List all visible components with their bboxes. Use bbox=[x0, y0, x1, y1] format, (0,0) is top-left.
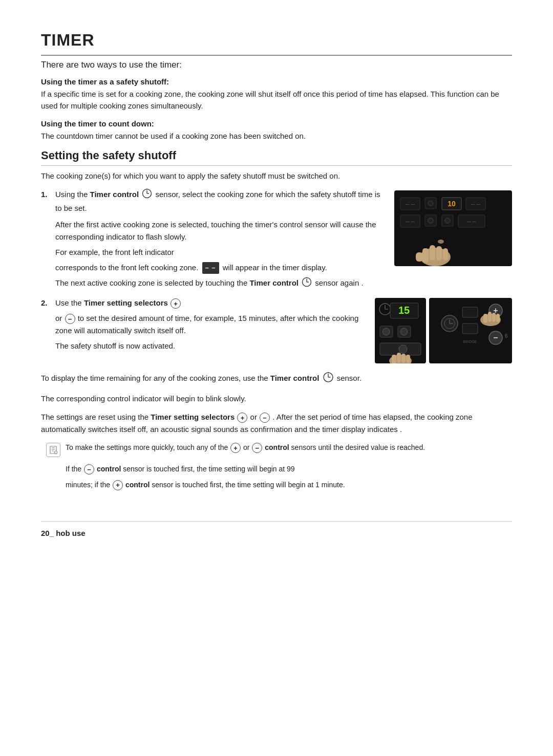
para-5: The settings are reset using the Timer s… bbox=[41, 411, 512, 436]
safety-shutoff-text: If a specific time is set for a cooking … bbox=[41, 88, 512, 112]
step-1-para-a: Using the Timer control sensor, select t… bbox=[55, 188, 385, 214]
step-1-para-ef: corresponds to the front left cooking zo… bbox=[55, 262, 385, 274]
footer-text: 20_ hob use bbox=[41, 529, 86, 537]
para-3-text: To display the time remaining for any of… bbox=[41, 374, 270, 383]
svg-text:– –: – – bbox=[467, 218, 477, 225]
svg-text:−: − bbox=[493, 333, 498, 342]
minus-icon-step2: − bbox=[65, 314, 75, 324]
dash-indicator: – – bbox=[202, 262, 219, 274]
svg-text:10: 10 bbox=[448, 200, 456, 208]
svg-rect-58 bbox=[462, 307, 478, 317]
svg-rect-46 bbox=[397, 353, 401, 363]
step-2-text-c: to set the desired amount of time, for e… bbox=[55, 314, 358, 335]
svg-rect-27 bbox=[430, 245, 435, 261]
svg-point-7 bbox=[306, 277, 307, 278]
intro-subtitle: There are two ways to use the timer: bbox=[41, 60, 512, 70]
svg-text:– –: – – bbox=[471, 200, 481, 208]
count-down-label: Using the timer to count down: bbox=[41, 119, 512, 128]
svg-text:BRIDGE: BRIDGE bbox=[463, 340, 477, 343]
step-2-number: 2. bbox=[41, 297, 52, 363]
svg-rect-29 bbox=[443, 248, 448, 261]
svg-rect-59 bbox=[462, 323, 478, 334]
note-indent-1: If the − control sensor is touched first… bbox=[41, 463, 512, 474]
svg-point-3 bbox=[146, 188, 147, 189]
timer-control-icon-2 bbox=[302, 277, 312, 291]
note-indent-2: minutes; if the + control sensor is touc… bbox=[41, 479, 512, 490]
step-1-para-d: For example, the front left indicator bbox=[55, 246, 385, 258]
step-1-text-f: will appear in the timer display. bbox=[223, 263, 327, 272]
step-2-para-a: Use the Timer setting selectors + bbox=[55, 297, 366, 309]
para-3: To display the time remaining for any of… bbox=[41, 372, 512, 386]
step-2-bold-a: Timer setting selectors bbox=[84, 298, 168, 307]
step-2-para-d: The safety shutoff is now activated. bbox=[55, 340, 366, 352]
minus-icon-note: − bbox=[252, 443, 262, 453]
plus-icon-para5: + bbox=[237, 413, 247, 423]
note-text-end: sensors until the desired value is reach… bbox=[291, 443, 425, 451]
step-2-content: Use the Timer setting selectors + or − t… bbox=[55, 297, 512, 363]
note-text-or: or bbox=[243, 443, 251, 451]
svg-rect-64 bbox=[488, 312, 492, 322]
svg-rect-66 bbox=[496, 314, 500, 322]
svg-rect-45 bbox=[392, 355, 396, 363]
svg-rect-63 bbox=[483, 314, 487, 323]
para-5-or: or bbox=[250, 413, 260, 421]
svg-text:– –: – – bbox=[406, 200, 415, 208]
footer: 20_ hob use bbox=[41, 521, 512, 537]
svg-text:15: 15 bbox=[398, 305, 410, 316]
svg-rect-47 bbox=[401, 354, 406, 363]
svg-rect-65 bbox=[492, 313, 496, 322]
svg-point-20 bbox=[428, 218, 433, 223]
step-1-number: 1. bbox=[41, 188, 52, 291]
step-1-text-e: corresponds to the front left cooking zo… bbox=[55, 263, 198, 272]
svg-point-12 bbox=[428, 201, 433, 206]
svg-rect-30 bbox=[416, 252, 423, 262]
svg-point-22 bbox=[445, 218, 450, 223]
step-2-text-or: or bbox=[55, 314, 65, 322]
step-1-text-g: The next active cooking zone is selected… bbox=[55, 279, 249, 288]
timer-control-icon-1 bbox=[142, 188, 152, 202]
step-1-text-block: Using the Timer control sensor, select t… bbox=[55, 188, 385, 291]
safety-shutoff-label: Using the timer as a safety shutoff: bbox=[41, 77, 512, 86]
note2-text-start: If the bbox=[66, 465, 83, 473]
note-text: To make the settings more quickly, touch… bbox=[66, 442, 425, 453]
step-1: 1. Using the Timer control bbox=[41, 188, 512, 291]
step-1-content: Using the Timer control sensor, select t… bbox=[55, 188, 512, 291]
steps-list: 1. Using the Timer control bbox=[41, 188, 512, 363]
svg-text:6: 6 bbox=[505, 333, 508, 339]
sub-heading: Setting the safety shutoff bbox=[41, 149, 512, 166]
timer-control-icon-3 bbox=[323, 372, 334, 386]
step-1-para-c: After the first active cooking zone is s… bbox=[55, 219, 385, 243]
svg-rect-28 bbox=[436, 246, 442, 261]
minus-icon-note2: − bbox=[84, 464, 94, 474]
svg-point-70 bbox=[328, 372, 329, 373]
note2-control-2: control bbox=[125, 481, 150, 489]
step-1-diagram: – – 10 – – – – bbox=[394, 190, 512, 270]
page-title: TIMER bbox=[41, 31, 512, 56]
plus-icon-step2: + bbox=[171, 298, 181, 309]
para-5-bold: Timer setting selectors bbox=[151, 413, 235, 421]
step-2-text-block: Use the Timer setting selectors + or − t… bbox=[55, 297, 366, 352]
step-2-para-b: or − to set the desired amount of time, … bbox=[55, 312, 366, 337]
svg-rect-26 bbox=[422, 248, 429, 263]
svg-point-39 bbox=[382, 328, 390, 335]
note-icon: ✎ bbox=[46, 443, 60, 457]
svg-rect-48 bbox=[406, 355, 410, 363]
svg-text:✎: ✎ bbox=[55, 451, 57, 455]
intro-para: The cooking zone(s) for which you want t… bbox=[41, 170, 512, 182]
note2-control-1: control bbox=[97, 465, 121, 473]
para-3-bold: Timer control bbox=[270, 374, 320, 383]
note-text-start: To make the settings more quickly, touch… bbox=[66, 443, 230, 451]
minus-icon-para5: − bbox=[260, 413, 270, 423]
note2-text-end: sensor is touched first, the time settin… bbox=[152, 481, 345, 489]
svg-text:– –: – – bbox=[406, 218, 415, 225]
note2-text-2: minutes; if the bbox=[66, 481, 112, 489]
note2-text-mid: sensor is touched first, the time settin… bbox=[123, 465, 294, 473]
note-text-control: control bbox=[265, 443, 289, 451]
step-1-text-h: sensor again . bbox=[315, 279, 363, 288]
svg-point-43 bbox=[399, 345, 407, 353]
plus-icon-note2: + bbox=[113, 480, 123, 490]
count-down-text: The countdown timer cannot be used if a … bbox=[41, 130, 512, 142]
step-1-bold-g: Timer control bbox=[249, 279, 299, 288]
step-1-para-g: The next active cooking zone is selected… bbox=[55, 277, 385, 291]
step-2-text-a: Use the bbox=[55, 298, 84, 307]
